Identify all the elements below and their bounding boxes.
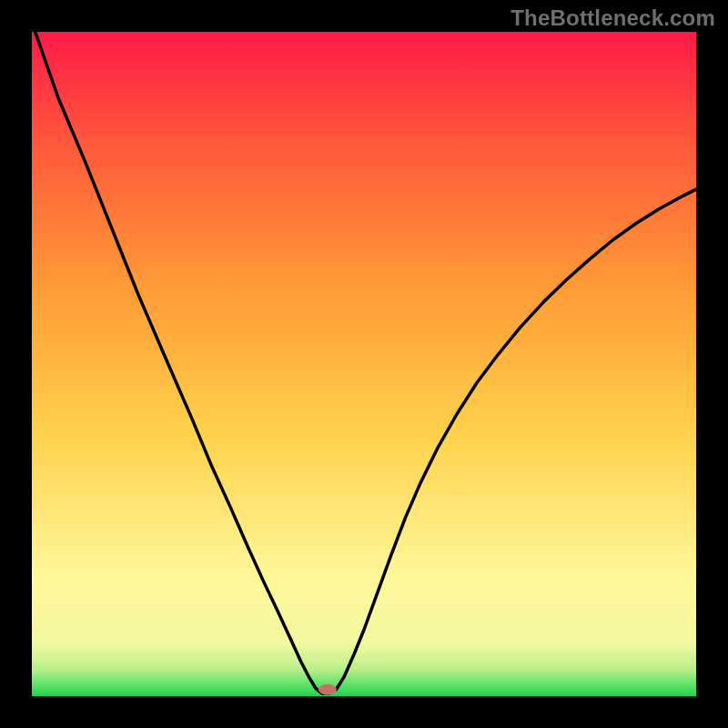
chart-frame: TheBottleneck.com xyxy=(0,0,728,728)
chart-background xyxy=(32,32,696,696)
watermark-text: TheBottleneck.com xyxy=(511,5,715,31)
chart-svg xyxy=(32,32,696,696)
plot-area xyxy=(32,32,696,696)
minimum-marker xyxy=(318,684,337,695)
